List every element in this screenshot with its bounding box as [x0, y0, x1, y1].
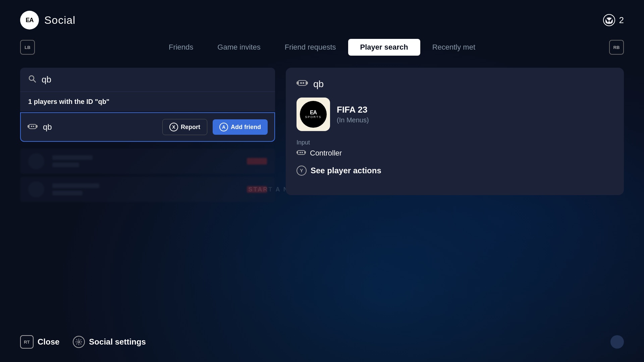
add-friend-button[interactable]: A Add friend	[213, 119, 268, 135]
add-friend-badge: A	[219, 123, 228, 131]
results-header: 1 players with the ID "qb"	[20, 92, 275, 112]
svg-line-2	[34, 80, 36, 82]
tab-player-search[interactable]: Player search	[348, 39, 420, 56]
detail-player-name: qb	[313, 79, 324, 89]
svg-rect-11	[300, 82, 302, 84]
nav-tabs: Friends Game invites Friend requests Pla…	[35, 39, 609, 56]
right-panel: qb EA SPORTS FIFA 23 (In Menus) Input	[286, 68, 624, 195]
settings-action[interactable]: Social settings	[73, 336, 146, 348]
svg-rect-13	[297, 150, 305, 155]
game-status: (In Menus)	[337, 116, 369, 124]
player-name: qb	[43, 122, 157, 132]
ea-sports-logo: EA SPORTS	[300, 101, 327, 128]
main-content: 1 players with the ID "qb" qb X Report A	[0, 56, 644, 205]
input-row: Controller	[297, 149, 613, 158]
header-right: 2	[603, 14, 624, 26]
lb-bumper[interactable]: LB	[20, 40, 35, 55]
svg-rect-14	[297, 151, 298, 154]
svg-rect-4	[28, 125, 30, 128]
tab-friends[interactable]: Friends	[157, 39, 205, 56]
tab-recently-met[interactable]: Recently met	[420, 39, 487, 56]
xbox-icon	[603, 14, 615, 26]
svg-rect-3	[29, 124, 37, 129]
y-button-badge: Y	[297, 166, 307, 176]
player-detail-header: qb	[297, 78, 613, 89]
game-thumbnail: EA SPORTS	[297, 98, 330, 131]
rb-bumper[interactable]: RB	[609, 40, 624, 55]
logo-area: EA Social	[20, 11, 75, 29]
svg-point-18	[78, 341, 80, 343]
close-action[interactable]: RT Close	[20, 335, 59, 349]
svg-rect-8	[298, 80, 307, 85]
bottom-right-area	[610, 335, 624, 349]
search-box	[20, 68, 275, 92]
nav-bar: LB Friends Game invites Friend requests …	[0, 29, 644, 56]
ea-sports-text: EA SPORTS	[305, 110, 322, 119]
game-info: EA SPORTS FIFA 23 (In Menus)	[297, 98, 613, 131]
user-avatar	[610, 335, 624, 349]
header: EA Social 2	[0, 0, 644, 29]
bottom-bar: RT Close Social settings	[20, 335, 146, 349]
report-button[interactable]: X Report	[162, 119, 207, 135]
ea-logo: EA	[20, 11, 39, 29]
settings-icon	[73, 336, 85, 348]
controller-text: Controller	[310, 149, 342, 158]
tab-game-invites[interactable]: Game invites	[205, 39, 272, 56]
svg-rect-5	[36, 125, 38, 128]
rt-badge: RT	[20, 335, 34, 349]
see-player-actions[interactable]: Y See player actions	[297, 166, 613, 176]
detail-controller-icon	[297, 78, 308, 89]
background-content	[20, 142, 275, 205]
svg-rect-6	[31, 126, 32, 127]
notification-count: 2	[619, 15, 624, 25]
svg-rect-15	[304, 151, 306, 154]
svg-rect-9	[297, 81, 299, 84]
settings-label: Social settings	[89, 337, 146, 347]
input-section: Input Controller	[297, 139, 613, 158]
input-controller-icon	[297, 149, 306, 158]
report-badge: X	[169, 123, 178, 131]
player-result-row[interactable]: qb X Report A Add friend	[20, 112, 275, 142]
game-title: FIFA 23	[337, 105, 369, 115]
input-label: Input	[297, 139, 613, 146]
close-label: Close	[38, 337, 59, 347]
app-title: Social	[44, 14, 75, 26]
svg-rect-12	[303, 82, 304, 84]
svg-rect-7	[33, 126, 34, 127]
left-panel: 1 players with the ID "qb" qb X Report A	[20, 68, 275, 205]
search-icon	[28, 75, 36, 85]
tab-friend-requests[interactable]: Friend requests	[273, 39, 348, 56]
svg-rect-10	[306, 81, 308, 84]
see-actions-label: See player actions	[311, 166, 381, 175]
search-input[interactable]	[42, 74, 267, 85]
svg-rect-17	[302, 152, 303, 153]
player-controller-icon	[28, 122, 38, 132]
game-text: FIFA 23 (In Menus)	[337, 105, 369, 124]
svg-rect-16	[300, 152, 301, 153]
